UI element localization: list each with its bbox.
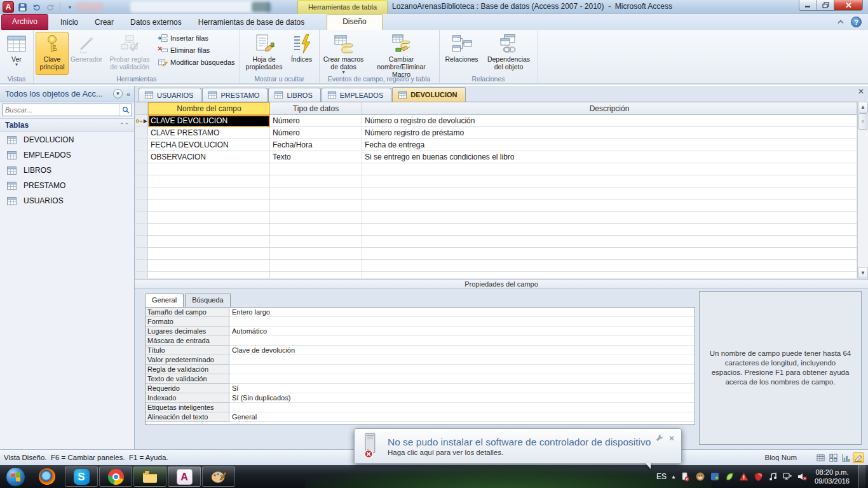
field-name-cell[interactable] (148, 200, 270, 212)
row-selector[interactable] (135, 151, 148, 163)
empty-field-row[interactable] (135, 200, 857, 212)
row-selector[interactable] (135, 248, 148, 260)
empty-field-row[interactable] (135, 212, 857, 224)
datasheet-view-icon[interactable] (815, 452, 826, 463)
taskbar-app-chrome[interactable] (99, 466, 132, 487)
field-name-cell[interactable]: OBSERVACION (148, 151, 270, 163)
field-description-cell[interactable] (362, 175, 857, 187)
pivotchart-view-icon[interactable] (840, 452, 851, 463)
customize-qat-icon[interactable]: ▾ (64, 2, 76, 12)
media-icon[interactable] (768, 471, 778, 482)
field-name-cell[interactable]: CLAVE PRESTAMO (148, 127, 270, 139)
row-selector[interactable] (135, 163, 148, 175)
property-value[interactable]: Clave de devolución (229, 346, 695, 355)
property-value[interactable] (229, 336, 695, 346)
collapse-section-icon[interactable]: ⌃⌃ (119, 122, 129, 128)
scroll-down-icon[interactable]: ▼ (858, 268, 868, 278)
notification-subtitle[interactable]: Haga clic aquí para ver los detalles. (388, 449, 655, 456)
sidebar-item-usuarios[interactable]: USUARIOS (0, 193, 134, 208)
property-row[interactable]: Tamaño del campoEntero largo (146, 308, 695, 317)
property-row[interactable]: IndexadoSí (Sin duplicados) (146, 393, 695, 403)
nav-pane-menu-icon[interactable]: ▼ (113, 89, 123, 98)
property-value[interactable] (229, 355, 695, 365)
property-value[interactable]: General (229, 412, 695, 422)
taskbar-app-firefox[interactable] (31, 466, 64, 487)
field-description-cell[interactable] (362, 272, 857, 278)
alert-icon[interactable] (739, 471, 749, 482)
field-type-cell[interactable] (270, 260, 362, 272)
design-view-icon[interactable] (853, 452, 864, 463)
row-selector[interactable] (135, 187, 148, 200)
row-selector[interactable] (135, 236, 148, 248)
close-button[interactable] (834, 0, 863, 11)
collapse-ribbon-icon[interactable] (836, 17, 846, 27)
field-name-cell[interactable] (148, 272, 270, 278)
button--ndices[interactable]: Índices (287, 32, 317, 75)
redo-icon[interactable] (44, 2, 56, 12)
property-row[interactable]: Lugares decimalesAutomático (146, 327, 695, 336)
volume-muted-icon[interactable] (797, 471, 808, 482)
vertical-scrollbar[interactable]: ▲ ≡ ▼ (857, 102, 868, 278)
taskbar-app-paint[interactable] (202, 466, 235, 487)
row-selector[interactable] (135, 272, 148, 278)
search-icon[interactable] (119, 104, 132, 116)
button-clave-principal[interactable]: Clave principal (36, 32, 69, 75)
tray-expand-icon[interactable]: ▲ (671, 474, 676, 480)
field-description-cell[interactable]: Número registro de préstamo (362, 127, 857, 139)
nav-pane-header[interactable]: Todos los objetos de Acc... ▼ « (0, 86, 134, 102)
search-input[interactable] (3, 104, 119, 116)
security-icon[interactable] (710, 471, 720, 482)
field-description-cell[interactable] (362, 224, 857, 236)
field-type-cell[interactable] (270, 200, 362, 212)
property-value[interactable]: Sí (229, 384, 695, 393)
pivottable-view-icon[interactable] (827, 452, 839, 463)
ribbon-tab-archivo[interactable]: Archivo (1, 14, 48, 30)
empty-field-row[interactable] (135, 248, 857, 260)
restore-button[interactable] (817, 0, 834, 11)
button-dependencias-del-objeto[interactable]: Dependencias del objeto (482, 32, 536, 75)
taskbar-app-skype[interactable]: S (65, 466, 98, 487)
field-name-cell[interactable] (148, 260, 270, 272)
field-type-cell[interactable] (270, 175, 362, 187)
field-type-cell[interactable] (270, 272, 362, 278)
field-name-cell[interactable] (148, 236, 270, 248)
property-value[interactable]: Sí (Sin duplicados) (229, 393, 695, 403)
button-insertar-filas[interactable]: Insertar filas (158, 33, 235, 43)
notification-title[interactable]: No se pudo instalar el software de contr… (388, 437, 655, 448)
minimize-button[interactable] (799, 0, 817, 11)
empty-field-row[interactable] (135, 236, 857, 248)
shutter-bar-close-icon[interactable]: « (125, 90, 132, 98)
property-row[interactable]: Formato (146, 317, 695, 327)
column-header-col-name[interactable]: Nombre del campo (148, 102, 270, 115)
property-row[interactable]: TítuloClave de devolución (146, 346, 695, 355)
document-tab-usuarios[interactable]: USUARIOS (139, 88, 201, 102)
sidebar-item-empleados[interactable]: EMPLEADOS (0, 147, 134, 163)
taskbar-app-explorer[interactable] (133, 466, 166, 487)
sidebar-item-libros[interactable]: LIBROS (0, 163, 134, 178)
empty-field-row[interactable] (135, 187, 857, 200)
field-description-cell[interactable] (362, 236, 857, 248)
property-value[interactable] (229, 365, 695, 374)
column-header-col-desc[interactable]: Descripción (362, 102, 857, 115)
undo-icon[interactable] (31, 2, 42, 12)
empty-field-row[interactable] (135, 224, 857, 236)
property-value[interactable] (229, 403, 695, 412)
field-row[interactable]: OBSERVACIONTextoSi se entrego en buenas … (135, 151, 857, 163)
field-description-cell[interactable]: Número o registro de devolución (362, 115, 857, 127)
device-error-icon[interactable] (681, 471, 691, 482)
property-tab-general[interactable]: General (145, 294, 184, 307)
scrollbar-track[interactable] (858, 130, 868, 268)
property-tab-búsqueda[interactable]: Búsqueda (185, 294, 231, 307)
button-hoja-de-propiedades[interactable]: Hoja de propiedades (242, 32, 287, 75)
field-name-cell[interactable] (148, 187, 270, 200)
document-tab-prestamo[interactable]: PRESTAMO (202, 88, 268, 102)
property-value[interactable] (229, 317, 695, 327)
empty-field-row[interactable] (135, 175, 857, 187)
field-type-cell[interactable]: Fecha/Hora (270, 139, 362, 151)
property-row[interactable]: Máscara de entrada (146, 336, 695, 346)
notification-settings-icon[interactable] (655, 434, 663, 444)
property-row[interactable]: Alineación del textoGeneral (146, 412, 695, 422)
scrollbar-thumb[interactable]: ≡ (858, 113, 867, 130)
show-desktop-button[interactable] (858, 465, 865, 488)
property-row[interactable]: RequeridoSí (146, 384, 695, 393)
